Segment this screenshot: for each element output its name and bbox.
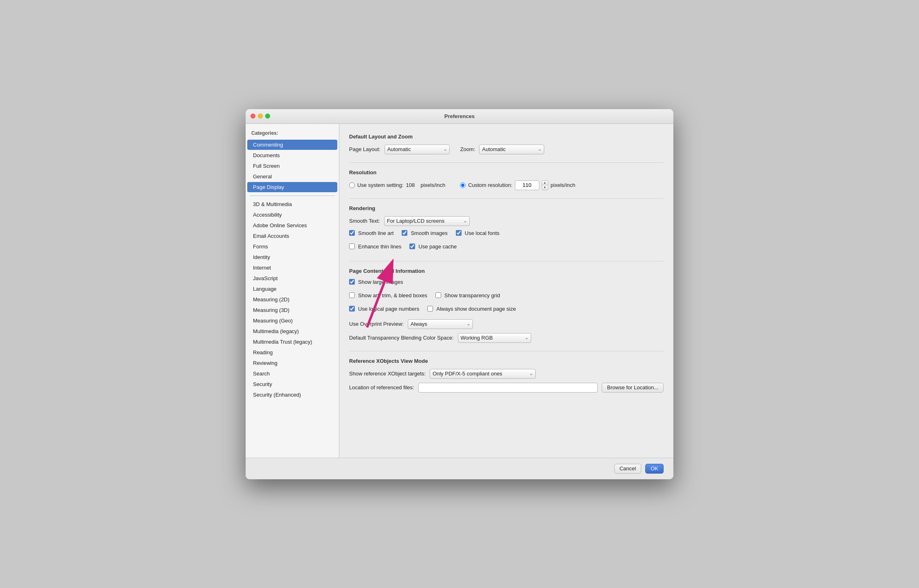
use-page-cache-checkbox[interactable] — [409, 244, 415, 249]
sidebar: Categories: Commenting Documents Full Sc… — [246, 124, 339, 458]
sidebar-item-full-screen[interactable]: Full Screen — [247, 161, 337, 171]
ok-button[interactable]: OK — [645, 464, 664, 474]
sidebar-item-documents[interactable]: Documents — [247, 150, 337, 160]
sidebar-item-page-display[interactable]: Page Display — [247, 182, 337, 192]
smooth-line-art-row: Smooth line art — [349, 230, 394, 236]
sidebar-item-internet[interactable]: Internet — [247, 263, 337, 273]
stepper-up-button[interactable]: ▲ — [542, 181, 548, 185]
titlebar: Preferences — [246, 109, 673, 124]
overprint-select-wrapper: Never Simulate Always — [408, 319, 473, 329]
settings-panel: Default Layout and Zoom Page Layout: Aut… — [339, 124, 673, 458]
use-logical-page-checkbox[interactable] — [349, 306, 355, 312]
enhance-thin-lines-checkbox[interactable] — [349, 244, 355, 249]
resolution-title: Resolution — [349, 169, 664, 176]
preferences-window: Preferences Categories: Commenting Docum… — [246, 109, 673, 479]
custom-resolution-radio[interactable] — [460, 182, 466, 188]
maximize-button[interactable] — [265, 114, 270, 118]
sidebar-item-identity[interactable]: Identity — [247, 252, 337, 262]
default-transparency-row: Default Transparency Blending Color Spac… — [349, 333, 664, 343]
page-layout-label: Page Layout: — [349, 146, 380, 152]
use-page-cache-label: Use page cache — [418, 244, 457, 250]
page-layout-select-wrapper: Automatic Single Page Single Page Contin… — [385, 145, 450, 154]
page-content-title: Page Content and Information — [349, 268, 664, 274]
browse-button[interactable]: Browse for Location... — [602, 383, 664, 393]
sidebar-item-general[interactable]: General — [247, 171, 337, 182]
default-layout-zoom-section: Default Layout and Zoom Page Layout: Aut… — [349, 134, 664, 154]
rendering-title: Rendering — [349, 205, 664, 211]
sidebar-item-javascript[interactable]: JavaScript — [247, 273, 337, 283]
sidebar-item-adobe-online[interactable]: Adobe Online Services — [247, 220, 337, 230]
cancel-button[interactable]: Cancel — [614, 464, 641, 474]
sidebar-item-security-enhanced[interactable]: Security (Enhanced) — [247, 390, 337, 400]
sidebar-item-forms[interactable]: Forms — [247, 241, 337, 252]
separator-3 — [349, 261, 664, 261]
always-show-doc-size-checkbox[interactable] — [427, 306, 433, 312]
show-art-trim-checkbox[interactable] — [349, 292, 355, 298]
use-local-fonts-label: Use local fonts — [465, 230, 499, 236]
reference-xobjects-title: Reference XObjects View Mode — [349, 358, 664, 364]
transparency-select-wrapper: Working RGB Working CMYK Document CMYK — [458, 333, 531, 343]
use-system-label: Use system setting: — [357, 182, 403, 188]
smooth-images-checkbox[interactable] — [402, 230, 407, 236]
smooth-text-row: Smooth Text: None For Black and White Sc… — [349, 216, 664, 226]
smooth-text-select-wrapper: None For Black and White Screens For Col… — [384, 216, 470, 226]
smooth-line-art-checkbox[interactable] — [349, 230, 355, 236]
separator-4 — [349, 351, 664, 351]
use-system-group: Use system setting: 108 pixels/inch — [349, 182, 445, 188]
sidebar-item-security[interactable]: Security — [247, 379, 337, 389]
show-transparency-grid-row: Show transparency grid — [435, 292, 500, 298]
location-input[interactable] — [418, 383, 598, 393]
enhance-thin-lines-row: Enhance thin lines — [349, 244, 401, 250]
minimize-button[interactable] — [258, 114, 263, 118]
show-large-images-row: Show large images — [349, 279, 403, 285]
custom-resolution-group: Custom resolution: ▲ ▼ pixels/inch — [460, 180, 575, 190]
show-transparency-grid-checkbox[interactable] — [435, 292, 441, 298]
sidebar-item-search[interactable]: Search — [247, 369, 337, 379]
zoom-select[interactable]: Automatic Fit Page Fit Width Fit Height … — [479, 145, 544, 154]
show-large-images-label: Show large images — [358, 279, 403, 285]
enhance-thin-lines-label: Enhance thin lines — [358, 244, 401, 250]
system-pixels-unit: pixels/inch — [420, 182, 445, 188]
always-show-doc-size-row: Always show document page size — [427, 306, 516, 312]
show-art-trim-row: Show art, trim, & bleed boxes — [349, 292, 427, 298]
show-art-trim-label: Show art, trim, & bleed boxes — [358, 292, 427, 298]
sidebar-item-language[interactable]: Language — [247, 284, 337, 294]
page-layout-select[interactable]: Automatic Single Page Single Page Contin… — [385, 145, 450, 154]
sidebar-item-multimedia-trust[interactable]: Multimedia Trust (legacy) — [247, 337, 337, 347]
sidebar-item-email-accounts[interactable]: Email Accounts — [247, 231, 337, 241]
custom-resolution-input[interactable] — [515, 180, 539, 190]
categories-label: Categories: — [246, 128, 339, 139]
overprint-select[interactable]: Never Simulate Always — [408, 319, 473, 329]
sidebar-item-measuring-geo[interactable]: Measuring (Geo) — [247, 316, 337, 326]
reference-xobjects-section: Reference XObjects View Mode Show refere… — [349, 358, 664, 393]
footer-buttons: Cancel OK — [246, 458, 673, 479]
zoom-label: Zoom: — [460, 146, 475, 152]
show-ref-select-wrapper: Always Only PDF/X-5 compliant ones Never — [430, 369, 536, 379]
rendering-checkboxes-row1: Smooth line art Smooth images Use local … — [349, 230, 664, 239]
sidebar-item-multimedia-legacy[interactable]: Multimedia (legacy) — [247, 326, 337, 336]
show-ref-select[interactable]: Always Only PDF/X-5 compliant ones Never — [430, 369, 536, 379]
location-label: Location of referenced files: — [349, 384, 414, 391]
sidebar-item-accessibility[interactable]: Accessibility — [247, 210, 337, 220]
sidebar-item-measuring-2d[interactable]: Measuring (2D) — [247, 294, 337, 305]
sidebar-item-3d-multimedia[interactable]: 3D & Multimedia — [247, 199, 337, 209]
custom-pixels-unit: pixels/inch — [551, 182, 576, 188]
default-transparency-label: Default Transparency Blending Color Spac… — [349, 335, 454, 341]
smooth-images-row: Smooth images — [402, 230, 447, 236]
sidebar-item-measuring-3d[interactable]: Measuring (3D) — [247, 305, 337, 315]
transparency-select[interactable]: Working RGB Working CMYK Document CMYK — [458, 333, 531, 343]
show-large-images-checkbox[interactable] — [349, 279, 355, 285]
page-content-row2: Show art, trim, & bleed boxes Show trans… — [349, 292, 664, 302]
smooth-text-select[interactable]: None For Black and White Screens For Col… — [384, 216, 470, 226]
sidebar-item-reviewing[interactable]: Reviewing — [247, 358, 337, 368]
use-system-radio[interactable] — [349, 182, 355, 188]
stepper-down-button[interactable]: ▼ — [542, 185, 548, 190]
sidebar-item-commenting[interactable]: Commenting — [247, 140, 337, 150]
window-controls — [251, 114, 270, 118]
close-button[interactable] — [251, 114, 255, 118]
zoom-select-wrapper: Automatic Fit Page Fit Width Fit Height … — [479, 145, 544, 154]
show-transparency-grid-label: Show transparency grid — [444, 292, 500, 298]
sidebar-item-reading[interactable]: Reading — [247, 347, 337, 358]
smooth-text-label: Smooth Text: — [349, 218, 380, 224]
use-local-fonts-checkbox[interactable] — [456, 230, 462, 236]
